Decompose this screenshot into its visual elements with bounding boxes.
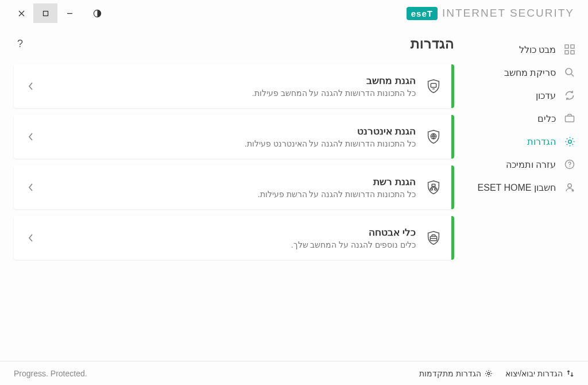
card-title: הגנת מחשב <box>48 75 416 87</box>
card-title: הגנת אינטרנט <box>48 125 416 137</box>
card-network-protection[interactable]: הגנת רשת כל התכונות הדרושות להגנה על הרש… <box>14 165 454 209</box>
brand: eseT INTERNET SECURITY <box>407 7 588 20</box>
svg-rect-4 <box>565 51 568 54</box>
sidebar-item-label: עזרה ותמיכה <box>506 159 556 170</box>
gear-icon <box>485 369 493 378</box>
card-security-tools[interactable]: כלי אבטחה כלים נוספים להגנה על המחשב שלך… <box>14 216 454 260</box>
briefcase-icon <box>564 113 575 124</box>
maximize-button[interactable] <box>33 3 57 23</box>
refresh-icon <box>564 90 575 101</box>
svg-rect-16 <box>430 188 432 190</box>
sidebar-item-account[interactable]: חשבון ESET HOME <box>465 176 588 199</box>
footer-tagline: Progress. Protected. <box>14 369 87 378</box>
svg-point-6 <box>566 68 572 75</box>
chevron-left-icon <box>14 183 48 192</box>
globe-shield-icon <box>416 128 451 145</box>
chevron-left-icon <box>14 82 48 91</box>
brand-name: INTERNET SECURITY <box>442 7 574 20</box>
sidebar-item-help[interactable]: עזרה ותמיכה <box>465 153 588 176</box>
card-internet-protection[interactable]: הגנת אינטרנט כל התכונות הדרושות להגנה על… <box>14 115 454 159</box>
svg-point-11 <box>568 184 571 187</box>
content: הגדרות ? הגנת מחשב כל התכונות הדרושות לה… <box>0 26 465 361</box>
card-title: הגנת רשת <box>48 176 416 188</box>
sidebar-item-label: כלים <box>537 113 556 124</box>
sidebar: מבט כולל סריקת מחשב עדכון כלים הגדרות <box>465 26 588 361</box>
page-title: הגדרות <box>411 36 454 52</box>
svg-rect-13 <box>431 83 436 87</box>
footer-link-label: הגדרות מתקדמות <box>419 369 481 378</box>
svg-rect-15 <box>432 184 435 186</box>
chevron-left-icon <box>14 233 48 242</box>
card-desc: כל התכונות הדרושות להגנה על האינטרנט פעי… <box>48 139 416 148</box>
help-button[interactable]: ? <box>17 38 23 50</box>
sidebar-item-label: עדכון <box>536 90 556 101</box>
sidebar-item-label: חשבון ESET HOME <box>478 182 556 193</box>
import-export-icon <box>566 369 574 378</box>
sidebar-item-overview[interactable]: מבט כולל <box>465 38 588 61</box>
svg-rect-17 <box>435 188 437 190</box>
close-button[interactable] <box>9 3 33 23</box>
titlebar: eseT INTERNET SECURITY <box>0 0 588 26</box>
status-accent <box>451 165 454 209</box>
card-desc: כל התכונות הדרושות להגנה על המחשב פעילות… <box>48 88 416 98</box>
sidebar-item-update[interactable]: עדכון <box>465 84 588 107</box>
footer-link-label: הגדרות יבוא/יצוא <box>505 369 563 378</box>
card-computer-protection[interactable]: הגנת מחשב כל התכונות הדרושות להגנה על המ… <box>14 64 454 108</box>
monitor-shield-icon <box>416 78 451 95</box>
card-desc: כלים נוספים להגנה על המחשב שלך. <box>48 240 416 249</box>
sidebar-item-label: סריקת מחשב <box>504 67 556 78</box>
sidebar-item-tools[interactable]: כלים <box>465 107 588 130</box>
toolbox-shield-icon <box>416 229 451 247</box>
card-title: כלי אבטחה <box>48 226 416 238</box>
user-icon <box>564 182 575 193</box>
minimize-button[interactable] <box>57 3 82 23</box>
status-accent <box>451 64 454 108</box>
sidebar-item-label: הגדרות <box>527 136 556 147</box>
svg-rect-0 <box>43 11 48 16</box>
sidebar-item-scan[interactable]: סריקת מחשב <box>465 61 588 84</box>
status-accent <box>451 216 454 260</box>
svg-point-19 <box>488 372 490 375</box>
svg-point-8 <box>568 140 571 143</box>
chevron-left-icon <box>14 132 48 141</box>
footer-advanced-settings[interactable]: הגדרות מתקדמות <box>419 369 493 378</box>
sidebar-item-label: מבט כולל <box>519 44 556 55</box>
brand-logo: eseT <box>407 7 438 20</box>
svg-rect-7 <box>566 116 574 122</box>
search-icon <box>564 67 575 78</box>
gear-icon <box>564 136 575 147</box>
help-icon <box>564 159 575 170</box>
contrast-toggle[interactable] <box>85 3 109 23</box>
card-desc: כל התכונות הדרושות להגנה על הרשת פעילות. <box>48 190 416 199</box>
content-header: הגדרות ? <box>14 36 454 52</box>
footer: הגדרות יבוא/יצוא הגדרות מתקדמות Progress… <box>0 361 588 385</box>
window-controls <box>9 3 82 23</box>
status-accent <box>451 115 454 159</box>
sidebar-item-settings[interactable]: הגדרות <box>465 130 588 153</box>
footer-import-export[interactable]: הגדרות יבוא/יצוא <box>505 369 574 378</box>
svg-rect-5 <box>571 51 574 54</box>
svg-point-12 <box>572 190 574 192</box>
grid-icon <box>564 44 575 55</box>
network-shield-icon <box>416 179 451 196</box>
svg-rect-2 <box>565 45 568 48</box>
svg-point-10 <box>569 166 570 167</box>
svg-rect-3 <box>571 45 574 48</box>
